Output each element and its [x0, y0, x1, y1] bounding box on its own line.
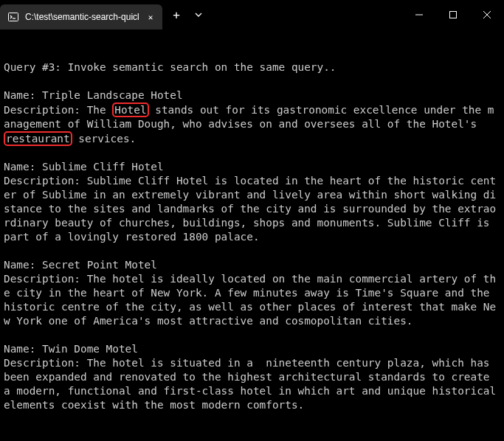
tabs-area: C:\test\semantic-search-quick ✕ + [0, 0, 210, 29]
new-tab-button[interactable]: + [165, 4, 187, 26]
window-close-button[interactable] [470, 3, 504, 27]
result-name: Name: Triple Landscape Hotel [4, 89, 183, 101]
svg-rect-0 [9, 13, 18, 21]
window-titlebar: C:\test\semantic-search-quick ✕ + [0, 0, 504, 29]
result-description: Description: Sublime Cliff Hotel is loca… [4, 175, 496, 243]
result-name: Name: Twin Dome Motel [4, 343, 138, 355]
window-minimize-button[interactable] [402, 3, 436, 27]
window-maximize-button[interactable] [436, 3, 470, 27]
result-name: Name: Secret Point Motel [4, 259, 157, 271]
tab-title: C:\test\semantic-search-quick [25, 12, 139, 22]
query-line: Query #3: Invoke semantic search on the … [4, 61, 336, 73]
search-highlight: restaurant [4, 131, 72, 146]
window-controls [402, 3, 504, 27]
terminal-icon [7, 11, 19, 23]
svg-rect-1 [450, 12, 457, 18]
result-description: Description: The Hotel stands out for it… [4, 104, 494, 145]
result-description: Description: The hotel is situated in a … [4, 357, 503, 411]
terminal-output: Query #3: Invoke semantic search on the … [0, 29, 504, 415]
tab-dropdown-button[interactable] [187, 4, 210, 26]
tab-close-button[interactable]: ✕ [145, 11, 156, 23]
search-highlight: Hotel [112, 103, 148, 117]
tab-active[interactable]: C:\test\semantic-search-quick ✕ [0, 4, 162, 29]
result-description: Description: The hotel is ideally locate… [4, 273, 496, 327]
result-name: Name: Sublime Cliff Hotel [4, 161, 164, 173]
